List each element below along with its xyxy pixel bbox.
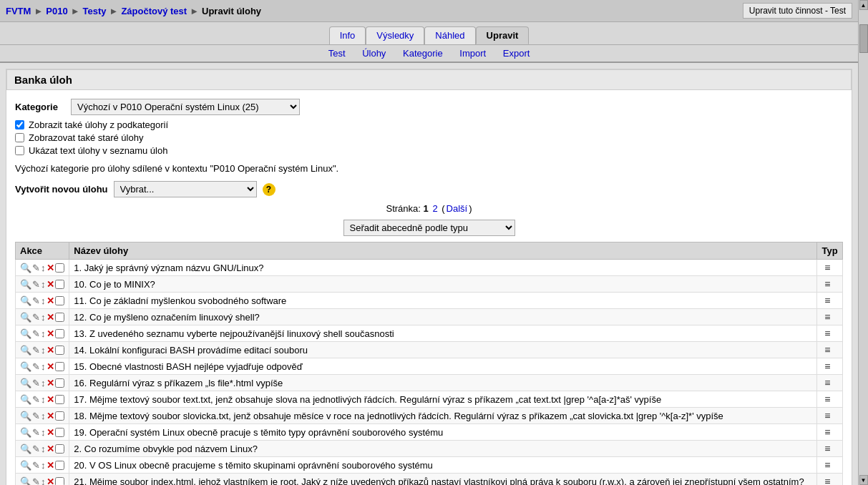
delete-icon[interactable]: ✕ — [47, 361, 54, 372]
pagination-page-2[interactable]: 2 — [432, 203, 437, 214]
row-checkbox[interactable] — [55, 362, 64, 371]
category-select[interactable]: Výchozí v P010 Operační systém Linux (25… — [71, 99, 300, 115]
delete-icon[interactable]: ✕ — [47, 427, 54, 438]
scroll-up[interactable]: ▲ — [859, 0, 868, 10]
subtab-export[interactable]: Export — [503, 48, 530, 59]
row-checkbox[interactable] — [55, 296, 64, 305]
move-icon[interactable]: ↕ — [41, 476, 46, 486]
edit-icon[interactable]: ✎ — [32, 427, 40, 438]
delete-icon[interactable]: ✕ — [47, 345, 54, 356]
task-table: Akce Název úlohy Typ 🔍 ✎ ↕ ✕ 1. Jaký je … — [15, 242, 843, 485]
sort-select[interactable]: Seřadit abecedně podle typu — [343, 220, 515, 236]
delete-icon[interactable]: ✕ — [47, 279, 54, 290]
row-checkbox[interactable] — [55, 313, 64, 322]
move-icon[interactable]: ↕ — [41, 312, 46, 323]
row-checkbox[interactable] — [55, 378, 64, 388]
row-checkbox[interactable] — [55, 395, 64, 404]
move-icon[interactable]: ↕ — [41, 345, 46, 356]
search-icon[interactable]: 🔍 — [20, 411, 31, 421]
edit-icon[interactable]: ✎ — [32, 312, 40, 323]
breadcrumb-testy[interactable]: Testy — [83, 6, 107, 16]
task-type-cell: ≡ — [817, 293, 843, 309]
delete-icon[interactable]: ✕ — [47, 328, 54, 339]
delete-icon[interactable]: ✕ — [47, 444, 54, 454]
tab-vysledky[interactable]: Výsledky — [366, 26, 424, 44]
search-icon[interactable]: 🔍 — [20, 279, 31, 290]
move-icon[interactable]: ↕ — [41, 378, 46, 388]
scroll-down[interactable]: ▼ — [859, 475, 868, 485]
move-icon[interactable]: ↕ — [41, 295, 46, 306]
move-icon[interactable]: ↕ — [41, 394, 46, 405]
row-checkbox[interactable] — [55, 411, 64, 421]
edit-icon[interactable]: ✎ — [32, 394, 40, 405]
search-icon[interactable]: 🔍 — [20, 328, 31, 339]
move-icon[interactable]: ↕ — [41, 263, 46, 273]
edit-icon[interactable]: ✎ — [32, 476, 40, 486]
edit-icon[interactable]: ✎ — [32, 460, 40, 471]
edit-icon[interactable]: ✎ — [32, 295, 40, 306]
checkbox-subcategories[interactable] — [15, 120, 24, 129]
scrollbar-thumb[interactable] — [859, 24, 868, 53]
create-select[interactable]: Vybrat... — [114, 181, 257, 197]
row-checkbox[interactable] — [55, 428, 64, 437]
subtab-kategorie[interactable]: Kategorie — [403, 48, 443, 59]
delete-icon[interactable]: ✕ — [47, 263, 54, 273]
edit-icon[interactable]: ✎ — [32, 378, 40, 388]
delete-icon[interactable]: ✕ — [47, 411, 54, 421]
delete-icon[interactable]: ✕ — [47, 460, 54, 471]
search-icon[interactable]: 🔍 — [20, 394, 31, 405]
tab-nahled[interactable]: Náhled — [424, 26, 475, 44]
edit-icon[interactable]: ✎ — [32, 361, 40, 372]
help-icon[interactable]: ? — [263, 183, 275, 196]
create-row: Vytvořit novou úlohu Vybrat... ? — [15, 181, 843, 197]
row-checkbox[interactable] — [55, 346, 64, 355]
delete-icon[interactable]: ✕ — [47, 378, 54, 388]
search-icon[interactable]: 🔍 — [20, 361, 31, 372]
move-icon[interactable]: ↕ — [41, 328, 46, 339]
search-icon[interactable]: 🔍 — [20, 460, 31, 471]
tab-info[interactable]: Info — [329, 26, 366, 44]
edit-icon[interactable]: ✎ — [32, 345, 40, 356]
row-checkbox[interactable] — [55, 329, 64, 338]
scrollbar[interactable]: ▲ ▼ — [858, 0, 868, 485]
subtab-test[interactable]: Test — [328, 48, 346, 59]
breadcrumb-zapoctovy[interactable]: Zápočtový test — [121, 6, 187, 16]
delete-icon[interactable]: ✕ — [47, 476, 54, 486]
delete-icon[interactable]: ✕ — [47, 394, 54, 405]
edit-icon[interactable]: ✎ — [32, 328, 40, 339]
move-icon[interactable]: ↕ — [41, 427, 46, 438]
row-checkbox[interactable] — [55, 280, 64, 289]
checkbox-old[interactable] — [15, 133, 24, 142]
search-icon[interactable]: 🔍 — [20, 345, 31, 356]
row-checkbox[interactable] — [55, 461, 64, 470]
delete-icon[interactable]: ✕ — [47, 312, 54, 323]
move-icon[interactable]: ↕ — [41, 361, 46, 372]
top-action-button[interactable]: Upravit tuto činnost - Test — [743, 3, 852, 19]
search-icon[interactable]: 🔍 — [20, 476, 31, 486]
breadcrumb-p010[interactable]: P010 — [46, 6, 67, 16]
search-icon[interactable]: 🔍 — [20, 295, 31, 306]
search-icon[interactable]: 🔍 — [20, 312, 31, 323]
checkbox-show-text[interactable] — [15, 146, 24, 155]
move-icon[interactable]: ↕ — [41, 279, 46, 290]
search-icon[interactable]: 🔍 — [20, 444, 31, 454]
subtab-import[interactable]: Import — [459, 48, 486, 59]
search-icon[interactable]: 🔍 — [20, 378, 31, 388]
delete-icon[interactable]: ✕ — [47, 295, 54, 306]
edit-icon[interactable]: ✎ — [32, 263, 40, 273]
subtab-ulohy[interactable]: Úlohy — [362, 48, 386, 59]
row-checkbox[interactable] — [55, 477, 64, 486]
edit-icon[interactable]: ✎ — [32, 411, 40, 421]
row-checkbox[interactable] — [55, 444, 64, 454]
search-icon[interactable]: 🔍 — [20, 427, 31, 438]
search-icon[interactable]: 🔍 — [20, 263, 31, 273]
edit-icon[interactable]: ✎ — [32, 444, 40, 454]
move-icon[interactable]: ↕ — [41, 411, 46, 421]
breadcrumb-fvtm[interactable]: FVTM — [6, 6, 31, 16]
pagination-next[interactable]: Další — [447, 203, 468, 214]
row-checkbox[interactable] — [55, 263, 64, 273]
move-icon[interactable]: ↕ — [41, 444, 46, 454]
edit-icon[interactable]: ✎ — [32, 279, 40, 290]
move-icon[interactable]: ↕ — [41, 460, 46, 471]
tab-upravit[interactable]: Upravit — [476, 26, 530, 44]
